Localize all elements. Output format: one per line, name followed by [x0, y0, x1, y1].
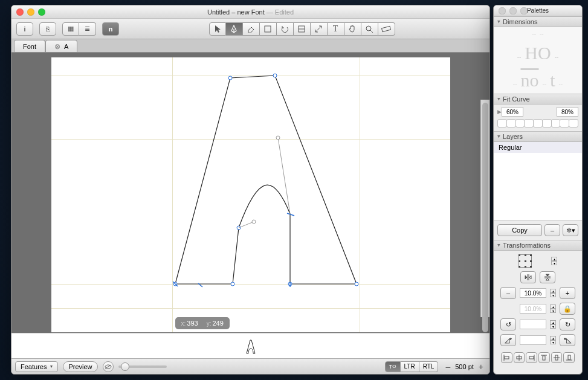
scale-icon [314, 25, 323, 33]
svg-rect-5 [381, 26, 390, 31]
dim-sample-t: t [550, 70, 555, 91]
svg-point-9 [355, 282, 358, 286]
svg-rect-34 [568, 355, 570, 359]
scale-up-button[interactable]: + [560, 287, 575, 299]
dir-ltr[interactable]: LTR [401, 361, 419, 372]
main-window: Untitled – new Font — Edited i ⎘ ▦ ≣ n [11, 5, 490, 375]
flip-horizontal-button[interactable] [520, 271, 536, 283]
zoom-tool[interactable] [361, 22, 378, 36]
tab-bar: Font ⊗ A [11, 39, 489, 53]
scale-tool[interactable] [311, 22, 328, 36]
fitcurve-segments[interactable] [494, 119, 582, 131]
slant-right-button[interactable]: *◺ [560, 334, 575, 346]
fitcurve-low[interactable]: 60% [502, 107, 523, 117]
tab-close-icon[interactable]: ⊗ [54, 42, 60, 51]
n-button[interactable]: n [102, 22, 119, 36]
align-left-button[interactable] [501, 352, 512, 363]
fitcurve-disclosure[interactable]: ▶ [497, 109, 502, 115]
point-size-value: 500 pt [455, 363, 474, 370]
svg-rect-28 [529, 356, 534, 359]
view-grid-button[interactable]: ▦ [62, 22, 79, 36]
scale-down-button[interactable]: – [500, 287, 516, 299]
erase-icon [247, 25, 255, 33]
rotate-ccw-button[interactable]: ↺ [500, 318, 516, 330]
align-tool[interactable] [294, 22, 311, 36]
dimensions-header[interactable]: Dimensions [494, 16, 582, 27]
transformations-header[interactable]: Transformations [494, 240, 582, 251]
layer-remove-button[interactable]: – [544, 224, 560, 236]
align-bottom-button[interactable] [563, 352, 575, 363]
hand-tool[interactable] [344, 22, 361, 36]
glyph-canvas[interactable]: x:393 y:249 [51, 57, 450, 332]
layers-header[interactable]: Layers [494, 131, 582, 142]
pointer-tool[interactable] [209, 22, 226, 36]
preview-slider[interactable] [118, 366, 167, 368]
measure-tool[interactable] [378, 22, 395, 36]
size-increase[interactable]: + [476, 362, 486, 372]
slant-stepper[interactable]: ▴▾ [550, 336, 556, 344]
slider-thumb[interactable] [121, 362, 129, 371]
lock-ratio-button[interactable]: 🔒 [560, 303, 575, 315]
coord-x: 393 [187, 320, 198, 327]
eye-icon [105, 364, 112, 369]
scale-value-1[interactable]: 10.0% [520, 288, 546, 298]
svg-line-17 [278, 138, 290, 214]
lock-icon: 🔒 [563, 305, 572, 313]
eye-toggle[interactable] [103, 361, 114, 372]
export-button[interactable]: ⎘ [39, 22, 56, 36]
scroll-thumb[interactable] [482, 103, 488, 332]
dir-to[interactable]: TO [385, 361, 401, 372]
window-title: Untitled – new Font — Edited [11, 8, 489, 16]
layer-options-button[interactable]: ✲▾ [563, 224, 578, 236]
slant-left-button[interactable]: ◿* [500, 334, 516, 346]
gear-icon: ✲▾ [566, 227, 575, 234]
erase-tool[interactable] [243, 22, 260, 36]
pointer-icon [214, 25, 221, 33]
fitcurve-row: ▶ 60% 80% [494, 105, 582, 119]
rotate-value[interactable] [520, 320, 546, 329]
scale2-stepper[interactable]: ▴▾ [550, 304, 556, 313]
canvas-area: x:393 y:249 [11, 53, 489, 333]
align-hcenter-button[interactable] [514, 352, 525, 363]
svg-rect-30 [543, 356, 545, 360]
titlebar: Untitled – new Font — Edited [11, 5, 489, 19]
slant-value[interactable] [520, 335, 546, 345]
tab-font[interactable]: Font [14, 40, 45, 52]
coordinate-readout: x:393 y:249 [175, 317, 230, 329]
fitcurve-high[interactable]: 80% [557, 107, 578, 117]
align-right-button[interactable] [526, 352, 537, 363]
rotate-stepper[interactable]: ▴▾ [550, 320, 556, 329]
palette-title: Palettes [494, 7, 582, 14]
text-tool[interactable]: T [328, 22, 344, 36]
vertical-scrollbar[interactable] [480, 100, 489, 317]
transform-origin-grid[interactable] [519, 254, 532, 268]
layer-item[interactable]: Regular [494, 142, 582, 153]
fitcurve-header[interactable]: Fit Curve [494, 94, 582, 105]
rotate-cw-button[interactable]: ↻ [560, 318, 575, 330]
pen-icon [230, 25, 237, 33]
title-state: Edited [275, 8, 294, 16]
size-decrease[interactable]: – [443, 362, 453, 372]
info-button[interactable]: i [16, 22, 33, 36]
hand-icon [348, 25, 357, 33]
transformations-panel: ▴▾ – 10.0% ▴▾ + 10.0% ▴▾ 🔒 ↺ ▴▾ ↻ [494, 251, 582, 369]
flip-v-icon [544, 273, 551, 282]
slant-left-icon: ◿* [505, 337, 512, 344]
features-dropdown[interactable]: Features [15, 361, 58, 372]
layer-copy-button[interactable]: Copy [497, 224, 542, 236]
flip-vertical-button[interactable] [540, 271, 555, 283]
view-list-button[interactable]: ≣ [79, 22, 96, 36]
tab-label: A [64, 43, 68, 50]
preview-button[interactable]: Preview [63, 361, 97, 372]
preview-glyph-icon [245, 338, 257, 355]
primitive-tool[interactable] [260, 22, 277, 36]
pen-tool[interactable] [226, 22, 243, 36]
toolbar: i ⎘ ▦ ≣ n [11, 19, 489, 39]
align-vcenter-button[interactable] [551, 352, 563, 363]
tab-glyph-a[interactable]: ⊗ A [45, 40, 77, 52]
rotate-tool[interactable] [277, 22, 294, 36]
origin-stepper[interactable]: ▴▾ [551, 257, 557, 265]
dir-rtl[interactable]: RTL [419, 361, 439, 372]
scale1-stepper[interactable]: ▴▾ [550, 289, 556, 297]
align-top-button[interactable] [538, 352, 550, 363]
